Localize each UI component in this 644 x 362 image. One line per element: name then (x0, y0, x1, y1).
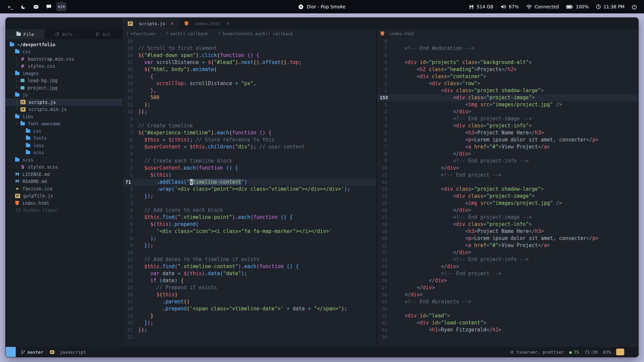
code-line[interactable]: 29 <!-- End #projects --> (377, 298, 638, 305)
tree-item[interactable]: │#bootstrap.min.css (6, 55, 122, 63)
code-line[interactable]: 5 $userContent = $this.children("div"); … (123, 143, 376, 150)
power-button[interactable] (632, 4, 637, 9)
code-line[interactable]: 9 }); (123, 242, 376, 249)
code-line[interactable]: 22 (123, 334, 376, 341)
code-line[interactable]: 14 scrollTop: scrollDistance + "px", (123, 80, 376, 87)
tree-item[interactable]: images (6, 70, 122, 77)
code-line[interactable]: 11 ); (123, 101, 376, 108)
breadcrumb-item[interactable]: ƒ <function> (126, 31, 156, 36)
code-line[interactable]: 15 { (123, 73, 376, 80)
tree-item[interactable]: js (6, 92, 122, 99)
code-line[interactable]: 8 ); (123, 235, 376, 242)
code-line[interactable]: 153 <div class="project-image"> (377, 94, 638, 101)
code-line[interactable]: 3 <div class="container"> (377, 73, 638, 80)
code-line[interactable]: 3 // Create each timeline block (123, 158, 376, 165)
code-line[interactable]: 24 </div> (377, 263, 638, 270)
discord-icon[interactable] (31, 2, 41, 11)
code-line[interactable]: 20 (123, 38, 376, 45)
code-line[interactable]: 6 <p>Lorem ipsum dolor sit amet, consect… (377, 136, 638, 143)
code-line[interactable]: 19// Scroll to first element (123, 45, 376, 52)
code-line[interactable]: 7 <a href="#">View Project</a> (377, 143, 638, 150)
tree-item[interactable]: index.html (6, 199, 122, 207)
storage-indicator[interactable]: 514 GB (469, 4, 493, 9)
close-icon[interactable]: × (171, 21, 173, 26)
left-editor[interactable]: 2019// Scroll to first element18$("#lead… (123, 38, 376, 347)
code-line[interactable]: 15 // Prepend if exists (123, 284, 376, 291)
code-line[interactable]: 5 $this.find(".vtimeline-point").each(fu… (123, 214, 376, 221)
code-line[interactable]: 2 $userContent.each(function () { (123, 165, 376, 172)
code-line[interactable]: 25 <!-- End project --> (377, 270, 638, 277)
code-line[interactable]: 11 <!-- End project --> (377, 172, 638, 179)
code-line[interactable]: 19 } (123, 312, 376, 319)
code-line[interactable]: 10 </div> (377, 165, 638, 172)
code-line[interactable]: 9 (123, 115, 376, 122)
tree-item[interactable]: scss (6, 156, 122, 164)
breadcrumb-item[interactable]: ƒ each() callback (166, 31, 208, 36)
code-line[interactable]: 2 <div class="row"> (377, 80, 638, 87)
tree-item[interactable]: (2 hidden items) (6, 207, 122, 214)
code-line[interactable]: 7$("#experience-timeline").each(function… (123, 129, 376, 136)
tree-item[interactable]: MREADME.md (6, 178, 122, 185)
code-line[interactable]: 1 <div class="project shadow-large"> (377, 87, 638, 94)
tree-item[interactable]: └project.jpg (6, 84, 122, 92)
tab-scripts-js[interactable]: JS scripts.js × (122, 18, 179, 29)
clock-indicator[interactable]: 11:38 PM (596, 4, 625, 9)
tree-item[interactable]: ~/devportfolio (6, 41, 122, 48)
code-line[interactable]: 8 </div> (377, 150, 638, 158)
code-line[interactable]: 6 $this = $(this); // Store reference to… (123, 136, 376, 143)
code-line[interactable]: 13 <div class="project shadow-large"> (377, 186, 638, 193)
code-line[interactable]: 12 500 (123, 94, 376, 101)
code-line[interactable]: 22 </div> (377, 249, 638, 256)
code-line[interactable]: 27 </div> (377, 284, 638, 291)
code-line[interactable]: 1 .wrap('<div class="point"><div class="… (123, 186, 376, 193)
code-line[interactable]: 71 .addClass("vtimeline-content") (123, 179, 376, 186)
code-line[interactable]: 5 <h3>Project Name Here</h3> (377, 129, 638, 136)
code-line[interactable]: 1 $(this) (123, 172, 376, 179)
code-line[interactable]: 3 <!-- End project-image --> (377, 115, 638, 122)
code-line[interactable]: 4 // Add icons to each block (123, 207, 376, 214)
code-line[interactable]: 15 <img src="images/project.jpg" /> (377, 200, 638, 207)
battery-indicator[interactable]: 100% (566, 4, 589, 9)
code-line[interactable]: 23 <!-- End project-info --> (377, 256, 638, 263)
code-line[interactable]: 19 <h3>Project Name Here</h3> (377, 228, 638, 235)
tab-index-html[interactable]: index.html × (179, 18, 235, 29)
code-line[interactable]: 21 <a href="#">View Project</a> (377, 242, 638, 249)
code-line[interactable]: 2 </div> (377, 108, 638, 115)
tree-item[interactable]: └JSscripts.min.js (6, 106, 122, 113)
tree-item[interactable]: │JSscripts.js (6, 99, 122, 106)
close-icon[interactable]: × (226, 21, 229, 26)
tree-item[interactable]: JSgulpfile.js (6, 192, 122, 200)
tree-item[interactable]: css (6, 127, 122, 135)
code-line[interactable]: 5 <div id="projects" class="background-a… (377, 59, 638, 66)
code-line[interactable]: 7 '<div class="icon"><i class="fa fa-map… (123, 228, 376, 235)
code-line[interactable]: 16 $(this) (123, 291, 376, 298)
code-line[interactable]: 31 <div id="lead"> (377, 312, 638, 319)
code-line[interactable]: 7 <!-- End #education --> (377, 45, 638, 52)
code-line[interactable]: 12 $this.find(".vtimeline-content").each… (123, 263, 376, 270)
now-playing[interactable]: Dior - Pop Smoke (299, 4, 346, 9)
tab-bufs[interactable]: Bufs (45, 29, 84, 39)
moon-icon[interactable] (18, 2, 28, 11)
breadcrumb-item[interactable]: ƒ $userContent.each() callback (218, 31, 293, 36)
code-line[interactable]: 6 (377, 52, 638, 59)
chat-icon[interactable] (44, 2, 54, 11)
tab-file[interactable]: File (6, 29, 45, 39)
code-line[interactable]: 3 (123, 200, 376, 207)
code-line[interactable]: 2 }); (123, 193, 376, 200)
code-line[interactable]: 21}); (123, 326, 376, 334)
code-line[interactable]: 17 .parent() (123, 298, 376, 305)
tree-item[interactable]: scss (6, 149, 122, 157)
code-line[interactable]: 33 <h1>Ryan Fitzgerald</h1> (377, 326, 638, 334)
tree-item[interactable]: MLICENSE.md (6, 171, 122, 178)
code-line[interactable]: 18$("#lead-down span").click(function ()… (123, 52, 376, 59)
code-line[interactable]: 9 <!-- End project-info --> (377, 158, 638, 165)
code-line[interactable]: 26 </div> (377, 277, 638, 284)
code-line[interactable]: 32 <div id="lead-content"> (377, 319, 638, 326)
code-line[interactable]: 8 (377, 38, 638, 45)
code-line[interactable]: 14 <div class="project-image"> (377, 193, 638, 200)
code-line[interactable]: 13 var date = $(this).data("date"); (123, 270, 376, 277)
tree-item[interactable]: │lead-bg.jpg (6, 77, 122, 84)
tree-item[interactable]: less (6, 142, 122, 149)
code-line[interactable]: 18 .prepend('<span class="vtimeline-date… (123, 305, 376, 312)
code-line[interactable]: 20 <p>Lorem ipsum dolor sit amet, consec… (377, 235, 638, 242)
